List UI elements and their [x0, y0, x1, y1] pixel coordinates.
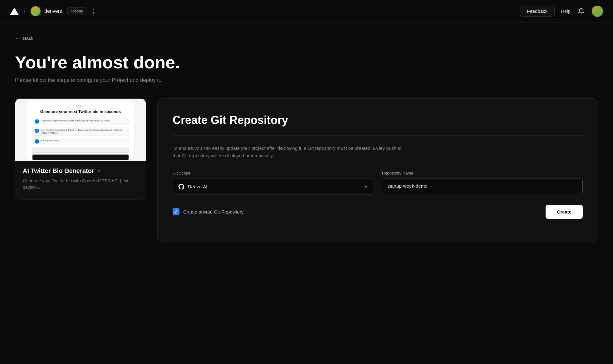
back-arrow-icon: ← — [15, 35, 21, 42]
git-scope-inner: DenverAI — [178, 183, 208, 190]
page-title: You're almost done. — [15, 53, 598, 72]
preview-mockup: ● ● ● Generate your next Twitter bio in … — [27, 101, 134, 159]
git-scope-field: Git Scope DenverAI ▼ — [173, 171, 373, 195]
step-num-3: ℹ — [35, 139, 39, 144]
checkbox-check-icon: ✓ — [174, 209, 178, 214]
preview-step-1: ℹ Copy your current bio (or write a few … — [32, 118, 129, 125]
git-scope-label: Git Scope — [173, 171, 373, 175]
private-repo-label: Create private Git Repository — [183, 209, 243, 214]
project-description: Generate your Twitter bio with OpenAI GP… — [23, 178, 138, 191]
project-info: AI Twitter Bio Generator ↗ Generate your… — [15, 161, 146, 191]
page-subtitle: Please follow the steps to configure you… — [15, 77, 598, 83]
preview-header: ● ● ● — [32, 105, 129, 107]
project-title: AI Twitter Bio Generator — [23, 167, 94, 175]
plan-badge: Hobby — [67, 7, 87, 15]
repo-name-field: Repository Name — [382, 171, 583, 195]
preview-generate-btn-mock — [32, 155, 129, 160]
preview-select-mock — [32, 147, 129, 153]
project-preview: ● ● ● Generate your next Twitter bio in … — [15, 99, 146, 161]
step-num-1: ℹ — [35, 119, 39, 124]
plan-selector-button[interactable]: ▲ ▼ — [91, 7, 96, 15]
external-link-icon[interactable]: ↗ — [97, 168, 101, 174]
main-content: ← Back You're almost done. Please follow… — [0, 22, 613, 254]
repo-name-label: Repository Name — [382, 171, 583, 175]
project-title-row: AI Twitter Bio Generator ↗ — [23, 167, 138, 175]
preview-step-3: ℹ Select your vibe. — [32, 138, 129, 145]
chevron-down-icon: ▼ — [364, 184, 368, 189]
feedback-button[interactable]: Feedback — [520, 6, 555, 17]
back-label: Back — [23, 36, 33, 41]
git-scope-value: DenverAI — [188, 184, 208, 189]
step-num-2: 2 — [35, 129, 39, 133]
header-divider: / — [24, 7, 26, 15]
project-avatar — [31, 6, 41, 16]
git-footer: ✓ Create private Git Repository Create — [173, 205, 583, 219]
content-row: ● ● ● Generate your next Twitter bio in … — [15, 98, 598, 242]
help-button[interactable]: Help — [561, 8, 571, 14]
preview-step-2: 2 e.g. Senior Developer & founder. Tweet… — [32, 127, 129, 136]
git-fields-row: Git Scope DenverAI ▼ Repository Name — [173, 171, 583, 195]
private-repo-checkbox[interactable]: ✓ — [173, 208, 179, 215]
git-scope-select[interactable]: DenverAI ▼ — [173, 179, 373, 195]
project-name: denverai — [44, 8, 63, 14]
preview-step-2-text: e.g. Senior Developer & founder. Tweetin… — [41, 129, 126, 134]
back-button[interactable]: ← Back — [15, 35, 33, 42]
repo-name-input[interactable] — [382, 179, 583, 193]
header: / denverai Hobby ▲ ▼ Feedback Help — [0, 0, 613, 22]
git-panel-title: Create Git Repository — [173, 114, 583, 127]
github-icon — [178, 183, 185, 190]
preview-step-1-text: Copy your current bio (or write a few se… — [41, 119, 110, 122]
preview-step-3-text: Select your vibe. — [41, 139, 59, 142]
vercel-logo-icon — [10, 7, 19, 15]
create-button[interactable]: Create — [546, 205, 583, 219]
user-avatar[interactable] — [592, 6, 603, 17]
header-right: Feedback Help — [520, 6, 603, 17]
git-panel: Create Git Repository To ensure you can … — [157, 98, 598, 242]
header-left: / denverai Hobby ▲ ▼ — [10, 6, 96, 16]
project-card: ● ● ● Generate your next Twitter bio in … — [15, 98, 146, 200]
preview-title: Generate your next Twitter bio in second… — [32, 109, 129, 115]
git-panel-divider — [173, 135, 583, 136]
git-panel-description: To ensure you can easily update your pro… — [173, 145, 410, 160]
notifications-icon[interactable] — [577, 7, 586, 16]
private-repo-checkbox-row[interactable]: ✓ Create private Git Repository — [173, 208, 243, 215]
